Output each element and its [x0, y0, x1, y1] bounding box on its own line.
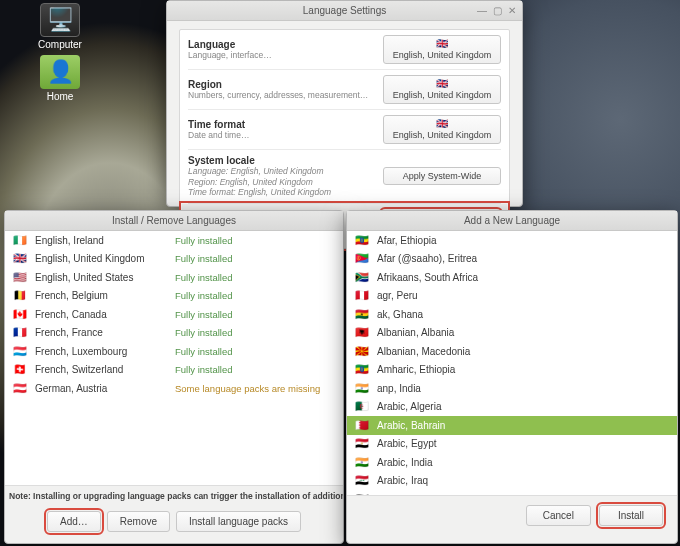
language-name: Arabic, Algeria: [377, 401, 669, 412]
install-status: Fully installed: [175, 327, 335, 338]
list-item[interactable]: 🇱🇺 French, Luxembourg Fully installed: [5, 342, 343, 361]
language-name: French, Switzerland: [35, 364, 175, 375]
list-item[interactable]: 🇩🇿 Arabic, Algeria: [347, 398, 677, 417]
list-item[interactable]: 🇪🇹 Amharic, Ethiopia: [347, 361, 677, 380]
flag-icon: 🇮🇶: [355, 474, 377, 487]
list-item[interactable]: 🇮🇪 English, Ireland Fully installed: [5, 231, 343, 250]
list-item[interactable]: 🇬🇭 ak, Ghana: [347, 305, 677, 324]
list-item[interactable]: 🇮🇳 Arabic, India: [347, 453, 677, 472]
flag-icon: 🇧🇭: [355, 419, 377, 432]
flag-icon: 🇮🇪: [13, 234, 35, 247]
list-item[interactable]: 🇲🇰 Albanian, Macedonia: [347, 342, 677, 361]
flag-icon: 🇨🇦: [13, 308, 35, 321]
flag-icon: 🇯🇴: [355, 493, 377, 495]
titlebar[interactable]: Language Settings — ▢ ✕: [167, 1, 522, 21]
uk-flag-icon: 🇬🇧: [384, 79, 500, 89]
desktop-icon-home[interactable]: 👤 Home: [30, 55, 90, 102]
add-button[interactable]: Add…: [47, 511, 101, 532]
language-name: French, Belgium: [35, 290, 175, 301]
list-item[interactable]: 🇦🇱 Albanian, Albania: [347, 324, 677, 343]
language-name: French, Luxembourg: [35, 346, 175, 357]
install-status: Fully installed: [175, 364, 335, 375]
window-title: Language Settings: [303, 5, 386, 16]
list-item[interactable]: 🇵🇪 agr, Peru: [347, 287, 677, 306]
flag-icon: 🇲🇰: [355, 345, 377, 358]
language-name: French, France: [35, 327, 175, 338]
available-languages-list[interactable]: 🇪🇹 Afar, Ethiopia🇪🇷 Afar (@saaho), Eritr…: [347, 231, 677, 495]
value-label: English, United Kingdom: [393, 90, 492, 100]
list-item[interactable]: 🇮🇶 Arabic, Iraq: [347, 472, 677, 491]
row-subtitle: Numbers, currency, addresses, measuremen…: [188, 90, 377, 101]
apply-system-wide-button[interactable]: Apply System-Wide: [383, 167, 501, 185]
note-text: Note: Installing or upgrading language p…: [5, 485, 343, 506]
language-settings-window: Language Settings — ▢ ✕ Language Languag…: [166, 0, 523, 207]
remove-button[interactable]: Remove: [107, 511, 170, 532]
list-item[interactable]: 🇿🇦 Afrikaans, South Africa: [347, 268, 677, 287]
list-item[interactable]: 🇦🇹 German, Austria Some language packs a…: [5, 379, 343, 398]
flag-icon: 🇪🇹: [355, 363, 377, 376]
language-name: Amharic, Ethiopia: [377, 364, 669, 375]
window-title: Add a New Language: [464, 215, 560, 226]
cancel-button[interactable]: Cancel: [526, 505, 591, 526]
flag-icon: 🇦🇱: [355, 326, 377, 339]
window-title: Install / Remove Languages: [112, 215, 236, 226]
list-item[interactable]: 🇫🇷 French, France Fully installed: [5, 324, 343, 343]
list-item[interactable]: 🇯🇴 Arabic, Jordan: [347, 490, 677, 495]
list-item[interactable]: 🇧🇭 Arabic, Bahrain: [347, 416, 677, 435]
flag-icon: 🇬🇭: [355, 308, 377, 321]
close-icon[interactable]: ✕: [508, 5, 516, 16]
minimize-icon[interactable]: —: [477, 5, 487, 16]
install-status: Fully installed: [175, 290, 335, 301]
install-status: Fully installed: [175, 346, 335, 357]
titlebar[interactable]: Add a New Language: [347, 211, 677, 231]
desktop-icon-label: Home: [30, 91, 90, 102]
time-value-button[interactable]: 🇬🇧 English, United Kingdom: [383, 115, 501, 144]
locale-line: Time format: English, United Kingdom: [188, 187, 331, 197]
uk-flag-icon: 🇬🇧: [384, 119, 500, 129]
flag-icon: 🇬🇧: [13, 252, 35, 265]
flag-icon: 🇺🇸: [13, 271, 35, 284]
list-item[interactable]: 🇨🇭 French, Switzerland Fully installed: [5, 361, 343, 380]
monitor-icon: 🖥️: [40, 3, 80, 37]
list-item[interactable]: 🇧🇪 French, Belgium Fully installed: [5, 287, 343, 306]
language-name: Arabic, Bahrain: [377, 420, 669, 431]
list-item[interactable]: 🇺🇸 English, United States Fully installe…: [5, 268, 343, 287]
desktop-icon-label: Computer: [30, 39, 90, 50]
flag-icon: 🇦🇹: [13, 382, 35, 395]
language-name: Arabic, India: [377, 457, 669, 468]
install-language-packs-button[interactable]: Install language packs: [176, 511, 301, 532]
region-value-button[interactable]: 🇬🇧 English, United Kingdom: [383, 75, 501, 104]
row-title: System locale: [188, 155, 377, 166]
titlebar[interactable]: Install / Remove Languages: [5, 211, 343, 231]
add-new-language-window: Add a New Language 🇪🇹 Afar, Ethiopia🇪🇷 A…: [346, 210, 678, 544]
language-name: German, Austria: [35, 383, 175, 394]
list-item[interactable]: 🇪🇷 Afar (@saaho), Eritrea: [347, 250, 677, 269]
install-status: Some language packs are missing: [175, 383, 335, 394]
list-item[interactable]: 🇬🇧 English, United Kingdom Fully install…: [5, 250, 343, 269]
language-name: Albanian, Macedonia: [377, 346, 669, 357]
language-name: Afar (@saaho), Eritrea: [377, 253, 669, 264]
locale-line: Region: English, United Kingdom: [188, 177, 313, 187]
language-value-button[interactable]: 🇬🇧 English, United Kingdom: [383, 35, 501, 64]
list-item[interactable]: 🇪🇹 Afar, Ethiopia: [347, 231, 677, 250]
install-button[interactable]: Install: [599, 505, 663, 526]
list-item[interactable]: 🇮🇳 anp, India: [347, 379, 677, 398]
language-name: English, United Kingdom: [35, 253, 175, 264]
language-name: English, Ireland: [35, 235, 175, 246]
flag-icon: 🇮🇳: [355, 382, 377, 395]
flag-icon: 🇱🇺: [13, 345, 35, 358]
install-remove-languages-window: Install / Remove Languages 🇮🇪 English, I…: [4, 210, 344, 544]
list-item[interactable]: 🇨🇦 French, Canada Fully installed: [5, 305, 343, 324]
list-item[interactable]: 🇪🇬 Arabic, Egypt: [347, 435, 677, 454]
installed-languages-list[interactable]: 🇮🇪 English, Ireland Fully installed🇬🇧 En…: [5, 231, 343, 485]
settings-row-locale: System locale Language: English, United …: [188, 150, 501, 204]
desktop-icon-computer[interactable]: 🖥️ Computer: [30, 3, 90, 50]
maximize-icon[interactable]: ▢: [493, 5, 502, 16]
flag-icon: 🇨🇭: [13, 363, 35, 376]
flag-icon: 🇮🇳: [355, 456, 377, 469]
settings-row-time: Time format Date and time… 🇬🇧 English, U…: [188, 110, 501, 150]
row-subtitle: Date and time…: [188, 130, 377, 141]
row-subtitle: Language, interface…: [188, 50, 377, 61]
install-status: Fully installed: [175, 235, 335, 246]
flag-icon: 🇪🇬: [355, 437, 377, 450]
